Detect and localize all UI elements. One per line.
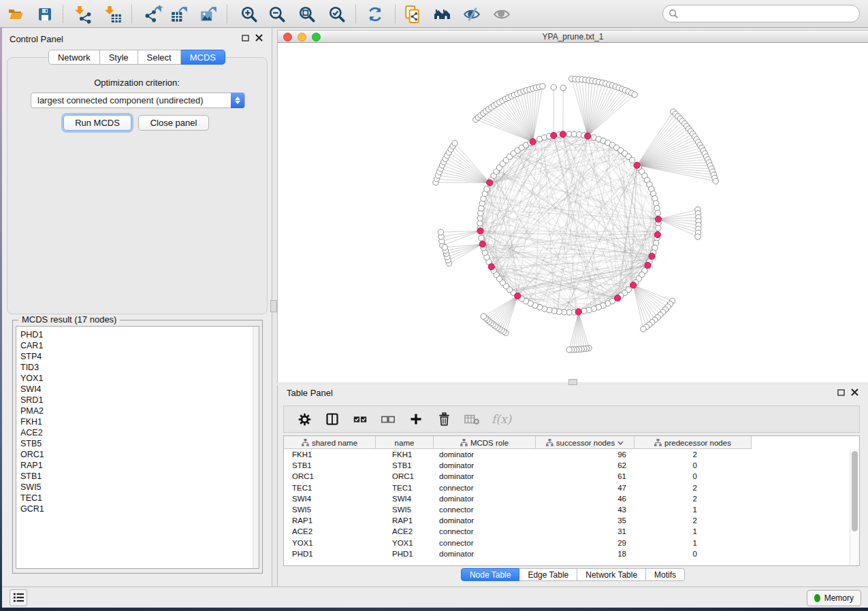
close-panel-icon[interactable] xyxy=(851,389,858,396)
network-leaf-node[interactable] xyxy=(641,326,646,331)
table-row[interactable]: SWI5SWI5connector431 xyxy=(284,504,850,515)
task-history-button[interactable] xyxy=(10,589,27,606)
tab-network[interactable]: Network xyxy=(48,50,100,65)
deselect-all-rows-button[interactable] xyxy=(380,411,396,427)
network-mcds-node[interactable] xyxy=(634,162,640,168)
network-mcds-node[interactable] xyxy=(649,253,655,259)
new-network-from-selection-button[interactable] xyxy=(402,4,423,24)
function-builder-button-disabled[interactable]: f(x) xyxy=(492,411,511,427)
table-row[interactable]: STB1STB1dominator620 xyxy=(284,460,850,471)
network-mcds-node[interactable] xyxy=(515,293,521,299)
column-header-successor-nodes[interactable]: successor nodes xyxy=(536,436,634,449)
network-mcds-node[interactable] xyxy=(487,180,493,186)
network-leaf-node[interactable] xyxy=(540,84,545,89)
open-session-button[interactable] xyxy=(5,4,26,24)
import-table-button[interactable] xyxy=(103,4,124,24)
export-image-button[interactable] xyxy=(198,4,219,24)
delete-table-button-disabled[interactable] xyxy=(464,411,480,427)
table-row[interactable]: ACE2ACE2connector311 xyxy=(284,526,850,537)
zoom-out-button[interactable] xyxy=(267,4,287,24)
table-row[interactable]: SWI4SWI4dominator462 xyxy=(284,493,850,504)
table-scrollbar-thumb[interactable] xyxy=(852,451,858,531)
network-mcds-node[interactable] xyxy=(530,139,536,145)
network-node[interactable] xyxy=(484,186,489,192)
save-session-button[interactable] xyxy=(35,4,55,24)
run-mcds-button[interactable]: Run MCDS xyxy=(63,115,131,131)
column-header-mcds-role[interactable]: MCDS role xyxy=(434,436,536,449)
network-leaf-node[interactable] xyxy=(560,85,566,90)
network-mcds-node[interactable] xyxy=(654,231,660,237)
table-row[interactable]: RAP1RAP1dominator352 xyxy=(284,515,850,526)
mcds-result-item[interactable]: ORC1 xyxy=(20,449,259,460)
mcds-result-item[interactable]: SWI5 xyxy=(20,482,259,493)
network-leaf-node[interactable] xyxy=(566,347,572,352)
network-leaf-node[interactable] xyxy=(481,314,486,319)
import-network-button[interactable] xyxy=(74,4,94,24)
tab-network-table[interactable]: Network Table xyxy=(577,568,646,581)
table-settings-button[interactable] xyxy=(296,411,312,427)
mcds-result-item[interactable]: TID3 xyxy=(20,362,259,373)
mcds-result-item[interactable]: FKH1 xyxy=(20,416,259,427)
refresh-button[interactable] xyxy=(365,4,385,24)
tab-mcds[interactable]: MCDS xyxy=(181,50,225,65)
network-mcds-node[interactable] xyxy=(655,216,661,222)
search-input[interactable] xyxy=(679,7,859,20)
network-canvas[interactable] xyxy=(278,43,868,382)
network-node[interactable] xyxy=(629,157,634,163)
float-panel-icon[interactable] xyxy=(837,389,845,396)
table-row[interactable]: ORC1ORC1dominator610 xyxy=(284,471,850,482)
toggle-graphics-details-button[interactable] xyxy=(462,4,482,24)
network-leaf-node[interactable] xyxy=(442,244,447,250)
mcds-result-item[interactable]: STB5 xyxy=(20,438,259,449)
network-leaf-node[interactable] xyxy=(713,178,718,184)
show-columns-button[interactable] xyxy=(324,411,340,427)
select-all-rows-button[interactable] xyxy=(352,411,368,427)
network-node[interactable] xyxy=(479,235,484,241)
column-header-shared-name[interactable]: shared name xyxy=(284,436,376,449)
network-leaf-node[interactable] xyxy=(452,140,457,146)
table-scrollbar[interactable] xyxy=(850,449,859,565)
network-node[interactable] xyxy=(581,308,587,314)
show-details-button-disabled[interactable] xyxy=(492,4,512,24)
column-header-predecessor-nodes[interactable]: predecessor nodes xyxy=(634,436,752,449)
export-network-button[interactable] xyxy=(143,4,163,24)
horizontal-splitter-handle[interactable] xyxy=(568,379,577,385)
tab-motifs[interactable]: Motifs xyxy=(646,568,685,581)
network-leaf-node[interactable] xyxy=(551,84,556,90)
mcds-result-item[interactable]: ACE2 xyxy=(20,427,259,438)
tab-edge-table[interactable]: Edge Table xyxy=(519,568,577,581)
network-mcds-node[interactable] xyxy=(477,228,483,234)
float-panel-icon[interactable] xyxy=(242,35,249,42)
mcds-result-item[interactable]: PHD1 xyxy=(20,329,259,340)
close-panel-icon[interactable] xyxy=(255,34,263,42)
memory-button[interactable]: Memory xyxy=(807,590,861,606)
mcds-result-item[interactable]: RAP1 xyxy=(20,460,259,471)
network-mcds-node[interactable] xyxy=(575,309,581,315)
network-mcds-node[interactable] xyxy=(630,282,637,288)
zoom-in-button[interactable] xyxy=(239,4,259,24)
network-mcds-node[interactable] xyxy=(560,131,566,137)
network-node[interactable] xyxy=(656,225,661,231)
optimization-criterion-select[interactable]: largest connected component (undirected) xyxy=(31,93,245,108)
mcds-result-item[interactable]: TEC1 xyxy=(20,493,259,503)
column-header-name[interactable]: name xyxy=(376,436,434,449)
add-column-button[interactable] xyxy=(408,411,424,427)
table-row[interactable]: PHD1PHD1dominator180 xyxy=(284,548,850,559)
network-mcds-node[interactable] xyxy=(645,262,651,268)
mcds-result-item[interactable]: SRD1 xyxy=(20,395,259,406)
tab-node-table[interactable]: Node Table xyxy=(461,568,520,581)
table-row[interactable]: FKH1FKH1dominator962 xyxy=(284,449,850,460)
network-mcds-node[interactable] xyxy=(551,132,557,138)
delete-column-button[interactable] xyxy=(436,411,452,427)
mcds-list-scrollbar[interactable] xyxy=(253,327,259,568)
network-mcds-node[interactable] xyxy=(479,241,485,247)
close-panel-button[interactable]: Close panel xyxy=(138,115,209,131)
mcds-result-item[interactable]: STB1 xyxy=(20,471,259,482)
network-leaf-node[interactable] xyxy=(695,234,701,240)
vertical-splitter-handle[interactable] xyxy=(270,300,277,312)
zoom-fit-button[interactable] xyxy=(297,4,317,24)
export-table-button[interactable] xyxy=(169,4,189,24)
mcds-result-item[interactable]: STP4 xyxy=(20,351,259,362)
mcds-result-item[interactable]: CAR1 xyxy=(20,340,259,351)
network-mcds-node[interactable] xyxy=(488,264,494,270)
